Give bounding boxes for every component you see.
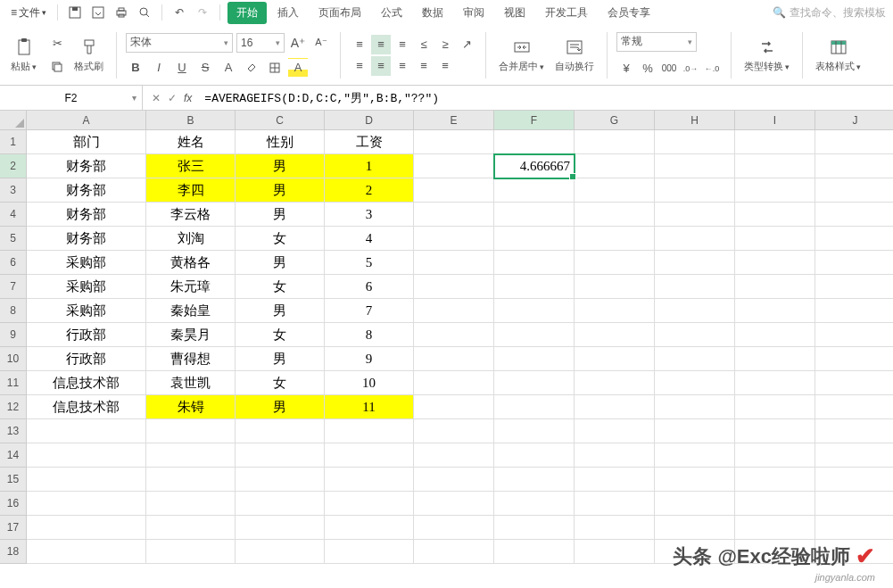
cell-H9[interactable]	[655, 323, 735, 347]
cell-I17[interactable]	[735, 516, 815, 540]
cell-I8[interactable]	[735, 299, 815, 323]
cell-B9[interactable]: 秦昊月	[146, 323, 236, 347]
align-right-icon[interactable]: ≡	[393, 56, 412, 76]
cell-E12[interactable]	[414, 395, 494, 419]
row-header-7[interactable]: 7	[0, 275, 27, 299]
cell-B8[interactable]: 秦始皇	[146, 299, 236, 323]
cell-C10[interactable]: 男	[236, 347, 325, 371]
cell-F1[interactable]	[494, 130, 575, 154]
underline-button[interactable]: U	[172, 58, 192, 78]
cell-J15[interactable]	[815, 468, 893, 492]
type-convert-button[interactable]: 类型转换▾	[740, 35, 793, 75]
cell-A14[interactable]	[27, 443, 146, 468]
cell-C14[interactable]	[236, 443, 325, 468]
cell-G12[interactable]	[575, 395, 655, 419]
cell-H2[interactable]	[655, 154, 735, 178]
cell-D15[interactable]	[325, 468, 414, 492]
cell-B5[interactable]: 刘淘	[146, 227, 236, 251]
cell-A15[interactable]	[27, 468, 146, 492]
table-style-button[interactable]: 表格样式▾	[812, 35, 864, 75]
cell-I7[interactable]	[735, 275, 815, 299]
cell-H7[interactable]	[655, 275, 735, 299]
cell-I1[interactable]	[735, 130, 815, 154]
name-box[interactable]: ▾	[0, 86, 143, 110]
cell-C8[interactable]: 男	[236, 299, 325, 323]
chevron-down-icon[interactable]: ▾	[132, 93, 136, 103]
cell-D12[interactable]: 11	[325, 395, 414, 419]
cell-F18[interactable]	[494, 540, 575, 564]
cell-E4[interactable]	[414, 203, 494, 227]
save-icon[interactable]	[65, 3, 85, 22]
align-top-icon[interactable]: ≡	[350, 35, 369, 54]
cell-G10[interactable]	[575, 347, 655, 371]
cell-B3[interactable]: 李四	[146, 178, 236, 203]
row-header-16[interactable]: 16	[0, 492, 27, 516]
cell-C3[interactable]: 男	[236, 178, 325, 203]
cell-G5[interactable]	[575, 227, 655, 251]
cell-E18[interactable]	[414, 540, 494, 564]
cell-G7[interactable]	[575, 275, 655, 299]
cell-E11[interactable]	[414, 371, 494, 395]
cell-B4[interactable]: 李云格	[146, 203, 236, 227]
cell-F6[interactable]	[494, 251, 575, 275]
cell-C17[interactable]	[236, 516, 325, 540]
cell-I6[interactable]	[735, 251, 815, 275]
cell-B18[interactable]	[146, 540, 236, 564]
cell-J3[interactable]	[815, 178, 893, 203]
tab-视图[interactable]: 视图	[495, 2, 534, 24]
decrease-decimal-icon[interactable]: ←.0	[702, 59, 722, 79]
cell-E15[interactable]	[414, 468, 494, 492]
cell-C12[interactable]: 男	[236, 395, 325, 419]
tab-公式[interactable]: 公式	[372, 2, 411, 24]
tab-页面布局[interactable]: 页面布局	[310, 2, 370, 24]
highlight-button[interactable]: A	[288, 58, 308, 78]
cell-I5[interactable]	[735, 227, 815, 251]
cell-I15[interactable]	[735, 468, 815, 492]
cell-F16[interactable]	[494, 492, 575, 516]
row-header-18[interactable]: 18	[0, 540, 27, 564]
row-header-4[interactable]: 4	[0, 203, 27, 227]
cell-D8[interactable]: 7	[325, 299, 414, 323]
cell-A11[interactable]: 信息技术部	[27, 371, 146, 395]
cell-A13[interactable]	[27, 419, 146, 443]
col-header-A[interactable]: A	[27, 111, 146, 130]
cell-E10[interactable]	[414, 347, 494, 371]
format-painter-button[interactable]: 格式刷	[70, 35, 107, 75]
cell-D13[interactable]	[325, 419, 414, 443]
cell-E1[interactable]	[414, 130, 494, 154]
cell-D11[interactable]: 10	[325, 371, 414, 395]
cell-C18[interactable]	[236, 540, 325, 564]
confirm-icon[interactable]: ✓	[168, 92, 177, 104]
col-header-J[interactable]: J	[815, 111, 893, 130]
cell-C11[interactable]: 女	[236, 371, 325, 395]
row-header-2[interactable]: 2	[0, 154, 27, 178]
cell-B7[interactable]: 朱元璋	[146, 275, 236, 299]
cell-D9[interactable]: 8	[325, 323, 414, 347]
align-left-icon[interactable]: ≡	[350, 56, 369, 76]
row-header-12[interactable]: 12	[0, 395, 27, 419]
cell-B12[interactable]: 朱锝	[146, 395, 236, 419]
indent-decrease-icon[interactable]: ≤	[414, 35, 434, 54]
cut-icon[interactable]: ✂	[47, 34, 67, 54]
cell-H6[interactable]	[655, 251, 735, 275]
cell-H17[interactable]	[655, 516, 735, 540]
cell-E9[interactable]	[414, 323, 494, 347]
cell-C2[interactable]: 男	[236, 154, 325, 178]
row-header-8[interactable]: 8	[0, 299, 27, 323]
cell-E14[interactable]	[414, 443, 494, 468]
cell-A3[interactable]: 财务部	[27, 178, 146, 203]
cell-J14[interactable]	[815, 443, 893, 468]
row-header-6[interactable]: 6	[0, 251, 27, 275]
increase-decimal-icon[interactable]: .0→	[681, 59, 700, 79]
cell-F7[interactable]	[494, 275, 575, 299]
cell-J11[interactable]	[815, 371, 893, 395]
strikethrough-button[interactable]: S	[195, 58, 215, 78]
currency-icon[interactable]: ¥	[616, 59, 636, 79]
save-as-icon[interactable]	[88, 3, 108, 22]
cell-F13[interactable]	[494, 419, 575, 443]
cell-A8[interactable]: 采购部	[27, 299, 146, 323]
row-header-14[interactable]: 14	[0, 443, 27, 468]
cell-J6[interactable]	[815, 251, 893, 275]
col-header-F[interactable]: F	[494, 111, 575, 130]
cell-H16[interactable]	[655, 492, 735, 516]
